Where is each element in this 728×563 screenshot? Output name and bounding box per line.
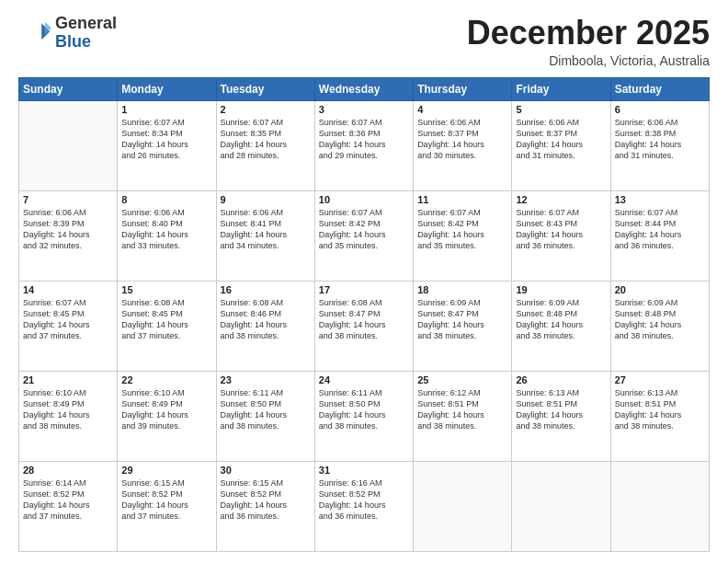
- day-info: Sunrise: 6:06 AM Sunset: 8:41 PM Dayligh…: [221, 207, 311, 252]
- table-row: [512, 461, 610, 551]
- day-info: Sunrise: 6:15 AM Sunset: 8:52 PM Dayligh…: [221, 477, 311, 523]
- month-title: December 2025: [467, 15, 710, 52]
- table-row: 29Sunrise: 6:15 AM Sunset: 8:52 PM Dayli…: [118, 461, 216, 551]
- page: General Blue December 2025 Dimboola, Vic…: [0, 0, 728, 563]
- calendar-week-4: 21Sunrise: 6:10 AM Sunset: 8:49 PM Dayli…: [19, 371, 710, 461]
- calendar-week-5: 28Sunrise: 6:14 AM Sunset: 8:52 PM Dayli…: [19, 461, 710, 551]
- day-number: 3: [319, 104, 409, 115]
- day-number: 21: [23, 374, 113, 385]
- day-info: Sunrise: 6:10 AM Sunset: 8:49 PM Dayligh…: [23, 387, 113, 432]
- table-row: 13Sunrise: 6:07 AM Sunset: 8:44 PM Dayli…: [610, 190, 709, 281]
- col-saturday: Saturday: [610, 77, 709, 100]
- table-row: 17Sunrise: 6:08 AM Sunset: 8:47 PM Dayli…: [314, 281, 413, 371]
- table-row: 19Sunrise: 6:09 AM Sunset: 8:48 PM Dayli…: [512, 281, 610, 371]
- calendar-week-2: 7Sunrise: 6:06 AM Sunset: 8:39 PM Daylig…: [19, 190, 710, 281]
- table-row: [19, 100, 118, 190]
- day-number: 29: [121, 465, 211, 476]
- day-info: Sunrise: 6:09 AM Sunset: 8:47 PM Dayligh…: [417, 297, 507, 342]
- day-number: 14: [23, 284, 113, 295]
- day-info: Sunrise: 6:06 AM Sunset: 8:39 PM Dayligh…: [23, 207, 113, 252]
- table-row: 22Sunrise: 6:10 AM Sunset: 8:49 PM Dayli…: [118, 371, 216, 461]
- col-thursday: Thursday: [414, 77, 512, 100]
- day-number: 2: [221, 104, 311, 115]
- table-row: 25Sunrise: 6:12 AM Sunset: 8:51 PM Dayli…: [414, 371, 512, 461]
- header-row: Sunday Monday Tuesday Wednesday Thursday…: [19, 77, 710, 100]
- day-number: 19: [516, 284, 606, 295]
- day-number: 24: [319, 374, 409, 385]
- table-row: 30Sunrise: 6:15 AM Sunset: 8:52 PM Dayli…: [216, 461, 314, 551]
- day-info: Sunrise: 6:07 AM Sunset: 8:34 PM Dayligh…: [121, 117, 211, 162]
- table-row: 12Sunrise: 6:07 AM Sunset: 8:43 PM Dayli…: [512, 190, 610, 281]
- day-info: Sunrise: 6:06 AM Sunset: 8:37 PM Dayligh…: [417, 117, 507, 162]
- day-number: 28: [23, 465, 113, 476]
- col-sunday: Sunday: [19, 77, 118, 100]
- table-row: 18Sunrise: 6:09 AM Sunset: 8:47 PM Dayli…: [414, 281, 512, 371]
- table-row: 8Sunrise: 6:06 AM Sunset: 8:40 PM Daylig…: [118, 190, 216, 281]
- day-info: Sunrise: 6:07 AM Sunset: 8:44 PM Dayligh…: [615, 207, 705, 252]
- day-info: Sunrise: 6:11 AM Sunset: 8:50 PM Dayligh…: [319, 387, 409, 432]
- table-row: 10Sunrise: 6:07 AM Sunset: 8:42 PM Dayli…: [314, 190, 413, 281]
- day-number: 6: [615, 104, 705, 115]
- day-info: Sunrise: 6:07 AM Sunset: 8:42 PM Dayligh…: [319, 207, 409, 252]
- day-info: Sunrise: 6:10 AM Sunset: 8:49 PM Dayligh…: [121, 387, 211, 432]
- col-wednesday: Wednesday: [314, 77, 413, 100]
- calendar-table: Sunday Monday Tuesday Wednesday Thursday…: [18, 77, 710, 552]
- day-number: 5: [516, 104, 606, 115]
- day-info: Sunrise: 6:07 AM Sunset: 8:43 PM Dayligh…: [516, 207, 606, 252]
- calendar-week-3: 14Sunrise: 6:07 AM Sunset: 8:45 PM Dayli…: [19, 281, 710, 371]
- calendar-body: 1Sunrise: 6:07 AM Sunset: 8:34 PM Daylig…: [19, 100, 710, 551]
- table-row: 3Sunrise: 6:07 AM Sunset: 8:36 PM Daylig…: [314, 100, 413, 190]
- day-number: 20: [615, 284, 705, 295]
- table-row: 23Sunrise: 6:11 AM Sunset: 8:50 PM Dayli…: [216, 371, 314, 461]
- col-friday: Friday: [512, 77, 610, 100]
- location: Dimboola, Victoria, Australia: [467, 53, 710, 68]
- day-number: 16: [221, 284, 311, 295]
- day-info: Sunrise: 6:09 AM Sunset: 8:48 PM Dayligh…: [615, 297, 705, 342]
- day-number: 22: [121, 374, 211, 385]
- table-row: 31Sunrise: 6:16 AM Sunset: 8:52 PM Dayli…: [314, 461, 413, 551]
- day-info: Sunrise: 6:13 AM Sunset: 8:51 PM Dayligh…: [516, 387, 606, 432]
- day-info: Sunrise: 6:11 AM Sunset: 8:50 PM Dayligh…: [221, 387, 311, 432]
- table-row: 6Sunrise: 6:06 AM Sunset: 8:38 PM Daylig…: [610, 100, 709, 190]
- title-block: December 2025 Dimboola, Victoria, Austra…: [467, 15, 710, 68]
- day-number: 23: [221, 374, 311, 385]
- table-row: 21Sunrise: 6:10 AM Sunset: 8:49 PM Dayli…: [19, 371, 118, 461]
- calendar-week-1: 1Sunrise: 6:07 AM Sunset: 8:34 PM Daylig…: [19, 100, 710, 190]
- logo-text: General Blue: [55, 15, 117, 52]
- table-row: [610, 461, 709, 551]
- table-row: 24Sunrise: 6:11 AM Sunset: 8:50 PM Dayli…: [314, 371, 413, 461]
- day-number: 15: [121, 284, 211, 295]
- day-number: 13: [615, 194, 705, 205]
- day-number: 18: [417, 284, 507, 295]
- day-info: Sunrise: 6:14 AM Sunset: 8:52 PM Dayligh…: [23, 477, 113, 523]
- day-info: Sunrise: 6:09 AM Sunset: 8:48 PM Dayligh…: [516, 297, 606, 342]
- table-row: 28Sunrise: 6:14 AM Sunset: 8:52 PM Dayli…: [19, 461, 118, 551]
- day-number: 31: [319, 465, 409, 476]
- day-info: Sunrise: 6:06 AM Sunset: 8:37 PM Dayligh…: [516, 117, 606, 162]
- table-row: 27Sunrise: 6:13 AM Sunset: 8:51 PM Dayli…: [610, 371, 709, 461]
- day-info: Sunrise: 6:07 AM Sunset: 8:42 PM Dayligh…: [417, 207, 507, 252]
- col-monday: Monday: [118, 77, 216, 100]
- header: General Blue December 2025 Dimboola, Vic…: [18, 15, 710, 68]
- day-number: 25: [417, 374, 507, 385]
- table-row: 14Sunrise: 6:07 AM Sunset: 8:45 PM Dayli…: [19, 281, 118, 371]
- table-row: 16Sunrise: 6:08 AM Sunset: 8:46 PM Dayli…: [216, 281, 314, 371]
- day-info: Sunrise: 6:08 AM Sunset: 8:45 PM Dayligh…: [121, 297, 211, 342]
- day-info: Sunrise: 6:07 AM Sunset: 8:36 PM Dayligh…: [319, 117, 409, 162]
- day-info: Sunrise: 6:08 AM Sunset: 8:46 PM Dayligh…: [221, 297, 311, 342]
- day-info: Sunrise: 6:16 AM Sunset: 8:52 PM Dayligh…: [319, 477, 409, 523]
- table-row: 11Sunrise: 6:07 AM Sunset: 8:42 PM Dayli…: [414, 190, 512, 281]
- table-row: 7Sunrise: 6:06 AM Sunset: 8:39 PM Daylig…: [19, 190, 118, 281]
- day-number: 7: [23, 194, 113, 205]
- calendar-header: Sunday Monday Tuesday Wednesday Thursday…: [19, 77, 710, 100]
- day-info: Sunrise: 6:07 AM Sunset: 8:35 PM Dayligh…: [221, 117, 311, 162]
- logo: General Blue: [18, 15, 117, 52]
- day-info: Sunrise: 6:13 AM Sunset: 8:51 PM Dayligh…: [615, 387, 705, 432]
- table-row: 1Sunrise: 6:07 AM Sunset: 8:34 PM Daylig…: [118, 100, 216, 190]
- day-info: Sunrise: 6:15 AM Sunset: 8:52 PM Dayligh…: [121, 477, 211, 523]
- table-row: 20Sunrise: 6:09 AM Sunset: 8:48 PM Dayli…: [610, 281, 709, 371]
- col-tuesday: Tuesday: [216, 77, 314, 100]
- day-number: 17: [319, 284, 409, 295]
- day-number: 8: [121, 194, 211, 205]
- table-row: [414, 461, 512, 551]
